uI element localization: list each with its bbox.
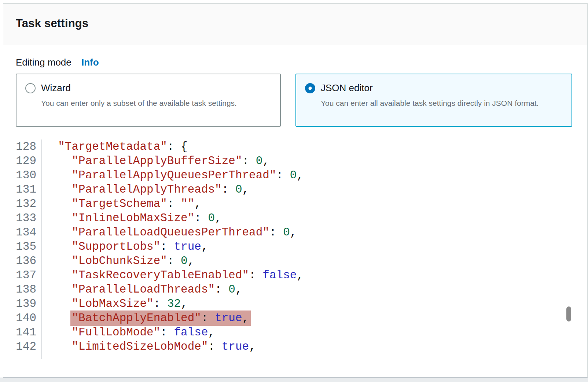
code-line[interactable]: "LobMaxSize": 32, <box>44 297 304 311</box>
code-token: "BatchApplyEnabled" <box>71 312 201 324</box>
code-token: true <box>215 312 242 324</box>
code-lines[interactable]: "TargetMetadata": { "ParallelApplyBuffer… <box>42 140 304 359</box>
code-token: , <box>242 183 249 196</box>
highlighted-code: "BatchApplyEnabled": true, <box>70 311 251 326</box>
line-number: 132 <box>16 197 36 211</box>
line-number: 135 <box>16 239 36 254</box>
code-token: false <box>174 326 208 339</box>
code-line[interactable]: "InlineLobMaxSize": 0, <box>44 211 304 225</box>
code-token: : <box>160 240 174 253</box>
line-number: 134 <box>16 225 36 239</box>
tile-json-editor[interactable]: JSON editor You can enter all available … <box>295 74 572 127</box>
line-number: 141 <box>16 325 36 339</box>
info-link[interactable]: Info <box>81 57 99 68</box>
code-line[interactable]: "SupportLobs": true, <box>44 239 304 254</box>
task-settings-panel: Task settings Editing mode Info Wizard Y… <box>3 3 588 378</box>
code-token: true <box>222 340 249 353</box>
code-token: "TargetSchema" <box>71 197 167 210</box>
code-token: "SupportLobs" <box>71 240 160 253</box>
code-token: "LobChunkSize" <box>71 254 167 267</box>
line-number: 137 <box>16 268 36 282</box>
code-token: , <box>242 312 249 324</box>
editing-mode-label: Editing mode <box>16 57 71 68</box>
code-token: 0 <box>208 212 215 224</box>
code-line[interactable]: "TargetSchema": "", <box>44 197 304 211</box>
line-number: 128 <box>16 140 36 154</box>
code-token: , <box>194 197 201 210</box>
editor-scrollbar-thumb[interactable] <box>566 306 571 321</box>
code-token: : <box>222 183 235 196</box>
code-token: : <box>249 269 262 282</box>
code-line[interactable]: "ParallelApplyQueuesPerThread": 0, <box>44 168 304 182</box>
tile-wizard[interactable]: Wizard You can enter only a subset of th… <box>16 74 281 127</box>
line-number: 133 <box>16 211 36 225</box>
code-token: , <box>201 240 208 253</box>
code-token: "LobMaxSize" <box>71 297 153 310</box>
code-token: 0 <box>283 226 290 239</box>
code-line[interactable]: "LimitedSizeLobMode": true, <box>44 339 304 354</box>
code-gutter: 1281291301311321331341351361371381391401… <box>16 140 42 359</box>
code-line[interactable]: "ParallelApplyBufferSize": 0, <box>44 154 304 168</box>
tile-json-editor-description: You can enter all available task setting… <box>321 97 563 110</box>
code-token: : <box>194 212 208 224</box>
code-line[interactable]: "ParallelLoadThreads": 0, <box>44 282 304 297</box>
line-number: 136 <box>16 254 36 268</box>
code-token: , <box>181 297 188 310</box>
code-line[interactable]: "LobChunkSize": 0, <box>44 254 304 268</box>
panel-body: Editing mode Info Wizard You can enter o… <box>3 45 587 371</box>
code-token: 0 <box>290 169 297 182</box>
code-token: : <box>167 140 181 153</box>
code-token: , <box>235 283 242 296</box>
code-token: true <box>174 240 201 253</box>
code-token: "FullLobMode" <box>71 326 160 339</box>
code-token: : <box>167 197 181 210</box>
line-number: 131 <box>16 182 36 197</box>
radio-wizard[interactable] <box>25 83 36 93</box>
line-number: 142 <box>16 339 36 354</box>
code-token: : <box>154 297 167 310</box>
page-title: Task settings <box>16 17 575 30</box>
code-token: : <box>160 326 174 339</box>
code-line[interactable]: "ParallelLoadQueuesPerThread": 0, <box>44 225 304 239</box>
code-token: : <box>201 312 215 324</box>
code-line[interactable]: "TaskRecoveryTableEnabled": false, <box>44 268 304 282</box>
code-line[interactable]: "BatchApplyEnabled": true, <box>44 311 304 325</box>
line-number: 139 <box>16 297 36 311</box>
code-token: "ParallelLoadThreads" <box>71 283 215 296</box>
tile-json-editor-head: JSON editor <box>305 82 563 94</box>
tile-json-editor-title: JSON editor <box>321 82 373 94</box>
code-line[interactable]: "ParallelApplyThreads": 0, <box>44 182 304 197</box>
code-token: "TargetMetadata" <box>58 140 167 153</box>
code-token: "LimitedSizeLobMode" <box>71 340 208 353</box>
code-token: , <box>215 212 222 224</box>
code-token: "TaskRecoveryTableEnabled" <box>71 269 249 282</box>
code-token: "ParallelApplyThreads" <box>71 183 221 196</box>
code-token: false <box>262 269 297 282</box>
code-token: "ParallelApplyBufferSize" <box>71 155 242 167</box>
code-token: , <box>188 254 195 267</box>
code-token: "ParallelLoadQueuesPerThread" <box>71 226 269 239</box>
code-token: , <box>249 340 256 353</box>
code-token: : <box>215 283 228 296</box>
line-number: 140 <box>16 311 36 325</box>
code-token: "ParallelApplyQueuesPerThread" <box>71 169 276 182</box>
editing-mode-row: Editing mode Info <box>16 57 575 68</box>
line-number: 138 <box>16 282 36 297</box>
code-token: 0 <box>256 155 263 167</box>
code-token: 0 <box>235 183 242 196</box>
code-token: 0 <box>228 283 235 296</box>
code-token: : <box>242 155 256 167</box>
tile-wizard-description: You can enter only a subset of the avail… <box>41 97 271 110</box>
page-background-strip <box>0 378 588 382</box>
code-token: , <box>290 226 297 239</box>
radio-json-editor[interactable] <box>305 83 315 93</box>
code-token: : <box>276 169 290 182</box>
code-token: 0 <box>181 254 188 267</box>
code-line[interactable]: "FullLobMode": false, <box>44 325 304 339</box>
code-line[interactable]: "TargetMetadata": { <box>44 140 304 154</box>
line-number: 129 <box>16 154 36 168</box>
code-token: "InlineLobMaxSize" <box>71 212 194 224</box>
tile-wizard-title: Wizard <box>41 82 71 94</box>
json-code-editor[interactable]: 1281291301311321331341351361371381391401… <box>16 140 575 359</box>
code-token: , <box>208 326 215 339</box>
